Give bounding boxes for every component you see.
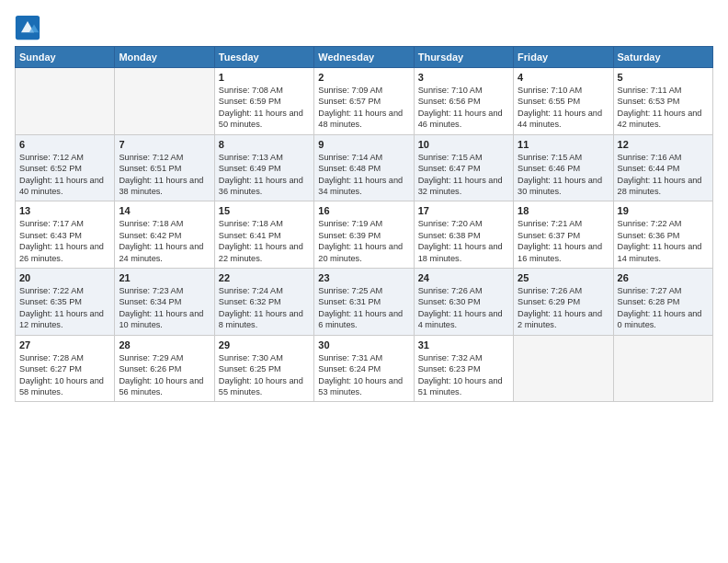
day-info: Sunrise: 7:20 AM Sunset: 6:38 PM Dayligh… bbox=[418, 218, 509, 264]
logo bbox=[15, 15, 44, 40]
day-number: 8 bbox=[219, 139, 310, 150]
calendar-day-cell: 28Sunrise: 7:29 AM Sunset: 6:26 PM Dayli… bbox=[115, 335, 214, 402]
day-info: Sunrise: 7:18 AM Sunset: 6:42 PM Dayligh… bbox=[119, 218, 210, 264]
calendar-day-cell: 4Sunrise: 7:10 AM Sunset: 6:55 PM Daylig… bbox=[514, 68, 613, 135]
day-info: Sunrise: 7:16 AM Sunset: 6:44 PM Dayligh… bbox=[618, 152, 709, 198]
day-number: 14 bbox=[119, 205, 210, 216]
day-number: 26 bbox=[618, 272, 709, 283]
calendar-day-cell: 11Sunrise: 7:15 AM Sunset: 6:46 PM Dayli… bbox=[514, 134, 613, 201]
day-number: 17 bbox=[418, 205, 509, 216]
weekday-header-cell: Saturday bbox=[613, 47, 712, 68]
weekday-header-cell: Sunday bbox=[16, 47, 115, 68]
day-info: Sunrise: 7:10 AM Sunset: 6:55 PM Dayligh… bbox=[518, 85, 609, 131]
calendar-day-cell: 20Sunrise: 7:22 AM Sunset: 6:35 PM Dayli… bbox=[16, 269, 115, 336]
calendar-day-cell: 14Sunrise: 7:18 AM Sunset: 6:42 PM Dayli… bbox=[115, 201, 214, 269]
day-info: Sunrise: 7:15 AM Sunset: 6:47 PM Dayligh… bbox=[418, 152, 509, 198]
day-number: 5 bbox=[618, 72, 709, 83]
weekday-header-cell: Monday bbox=[115, 47, 214, 68]
day-number: 15 bbox=[219, 205, 310, 216]
day-info: Sunrise: 7:32 AM Sunset: 6:23 PM Dayligh… bbox=[418, 352, 509, 398]
day-number: 6 bbox=[19, 139, 110, 150]
calendar-table: SundayMondayTuesdayWednesdayThursdayFrid… bbox=[15, 46, 713, 402]
day-number: 22 bbox=[219, 272, 310, 283]
day-number: 12 bbox=[618, 139, 709, 150]
calendar-day-cell: 9Sunrise: 7:14 AM Sunset: 6:48 PM Daylig… bbox=[314, 134, 414, 201]
day-info: Sunrise: 7:11 AM Sunset: 6:53 PM Dayligh… bbox=[618, 85, 709, 131]
day-info: Sunrise: 7:10 AM Sunset: 6:56 PM Dayligh… bbox=[418, 85, 509, 131]
day-info: Sunrise: 7:19 AM Sunset: 6:39 PM Dayligh… bbox=[318, 218, 409, 264]
day-number: 20 bbox=[19, 272, 110, 283]
calendar-body: 1Sunrise: 7:08 AM Sunset: 6:59 PM Daylig… bbox=[16, 68, 713, 402]
day-info: Sunrise: 7:26 AM Sunset: 6:30 PM Dayligh… bbox=[418, 285, 509, 331]
calendar-day-cell: 2Sunrise: 7:09 AM Sunset: 6:57 PM Daylig… bbox=[314, 68, 414, 135]
day-number: 10 bbox=[418, 139, 509, 150]
calendar-day-cell: 12Sunrise: 7:16 AM Sunset: 6:44 PM Dayli… bbox=[613, 134, 712, 201]
day-info: Sunrise: 7:13 AM Sunset: 6:49 PM Dayligh… bbox=[219, 152, 310, 198]
day-number: 29 bbox=[219, 339, 310, 350]
day-number: 18 bbox=[518, 205, 609, 216]
day-number: 4 bbox=[518, 72, 609, 83]
calendar-day-cell: 25Sunrise: 7:26 AM Sunset: 6:29 PM Dayli… bbox=[514, 269, 613, 336]
calendar-day-cell: 31Sunrise: 7:32 AM Sunset: 6:23 PM Dayli… bbox=[414, 335, 513, 402]
calendar-week-row: 13Sunrise: 7:17 AM Sunset: 6:43 PM Dayli… bbox=[16, 201, 713, 269]
day-number: 28 bbox=[119, 339, 210, 350]
calendar-day-cell bbox=[16, 68, 115, 135]
calendar-day-cell: 23Sunrise: 7:25 AM Sunset: 6:31 PM Dayli… bbox=[314, 269, 414, 336]
day-info: Sunrise: 7:24 AM Sunset: 6:32 PM Dayligh… bbox=[219, 285, 310, 331]
calendar-day-cell: 1Sunrise: 7:08 AM Sunset: 6:59 PM Daylig… bbox=[214, 68, 313, 135]
day-info: Sunrise: 7:22 AM Sunset: 6:36 PM Dayligh… bbox=[618, 218, 709, 264]
day-number: 7 bbox=[119, 139, 210, 150]
calendar-day-cell: 6Sunrise: 7:12 AM Sunset: 6:52 PM Daylig… bbox=[16, 134, 115, 201]
day-info: Sunrise: 7:17 AM Sunset: 6:43 PM Dayligh… bbox=[19, 218, 110, 264]
calendar-day-cell: 30Sunrise: 7:31 AM Sunset: 6:24 PM Dayli… bbox=[314, 335, 414, 402]
day-info: Sunrise: 7:28 AM Sunset: 6:27 PM Dayligh… bbox=[19, 352, 110, 398]
day-number: 27 bbox=[19, 339, 110, 350]
calendar-week-row: 27Sunrise: 7:28 AM Sunset: 6:27 PM Dayli… bbox=[16, 335, 713, 402]
calendar-day-cell: 5Sunrise: 7:11 AM Sunset: 6:53 PM Daylig… bbox=[613, 68, 712, 135]
calendar-day-cell bbox=[613, 335, 712, 402]
day-number: 3 bbox=[418, 72, 509, 83]
day-number: 16 bbox=[318, 205, 409, 216]
calendar-day-cell: 16Sunrise: 7:19 AM Sunset: 6:39 PM Dayli… bbox=[314, 201, 414, 269]
day-info: Sunrise: 7:27 AM Sunset: 6:28 PM Dayligh… bbox=[618, 285, 709, 331]
weekday-header-row: SundayMondayTuesdayWednesdayThursdayFrid… bbox=[16, 47, 713, 68]
calendar-week-row: 20Sunrise: 7:22 AM Sunset: 6:35 PM Dayli… bbox=[16, 269, 713, 336]
calendar-day-cell bbox=[115, 68, 214, 135]
calendar-day-cell bbox=[514, 335, 613, 402]
header bbox=[15, 15, 713, 40]
day-number: 1 bbox=[219, 72, 310, 83]
day-number: 23 bbox=[318, 272, 409, 283]
calendar-day-cell: 3Sunrise: 7:10 AM Sunset: 6:56 PM Daylig… bbox=[414, 68, 513, 135]
calendar-day-cell: 29Sunrise: 7:30 AM Sunset: 6:25 PM Dayli… bbox=[214, 335, 313, 402]
calendar-day-cell: 18Sunrise: 7:21 AM Sunset: 6:37 PM Dayli… bbox=[514, 201, 613, 269]
day-info: Sunrise: 7:12 AM Sunset: 6:51 PM Dayligh… bbox=[119, 152, 210, 198]
calendar-day-cell: 13Sunrise: 7:17 AM Sunset: 6:43 PM Dayli… bbox=[16, 201, 115, 269]
calendar-day-cell: 24Sunrise: 7:26 AM Sunset: 6:30 PM Dayli… bbox=[414, 269, 513, 336]
day-number: 24 bbox=[418, 272, 509, 283]
day-number: 13 bbox=[19, 205, 110, 216]
logo-icon bbox=[15, 15, 40, 40]
day-number: 30 bbox=[318, 339, 409, 350]
calendar-day-cell: 8Sunrise: 7:13 AM Sunset: 6:49 PM Daylig… bbox=[214, 134, 313, 201]
calendar-day-cell: 27Sunrise: 7:28 AM Sunset: 6:27 PM Dayli… bbox=[16, 335, 115, 402]
weekday-header-cell: Wednesday bbox=[314, 47, 414, 68]
day-info: Sunrise: 7:23 AM Sunset: 6:34 PM Dayligh… bbox=[119, 285, 210, 331]
calendar-week-row: 6Sunrise: 7:12 AM Sunset: 6:52 PM Daylig… bbox=[16, 134, 713, 201]
day-info: Sunrise: 7:08 AM Sunset: 6:59 PM Dayligh… bbox=[219, 85, 310, 131]
day-info: Sunrise: 7:25 AM Sunset: 6:31 PM Dayligh… bbox=[318, 285, 409, 331]
day-number: 11 bbox=[518, 139, 609, 150]
day-number: 25 bbox=[518, 272, 609, 283]
day-info: Sunrise: 7:15 AM Sunset: 6:46 PM Dayligh… bbox=[518, 152, 609, 198]
calendar-day-cell: 22Sunrise: 7:24 AM Sunset: 6:32 PM Dayli… bbox=[214, 269, 313, 336]
day-info: Sunrise: 7:09 AM Sunset: 6:57 PM Dayligh… bbox=[318, 85, 409, 131]
weekday-header-cell: Friday bbox=[514, 47, 613, 68]
day-info: Sunrise: 7:18 AM Sunset: 6:41 PM Dayligh… bbox=[219, 218, 310, 264]
calendar-week-row: 1Sunrise: 7:08 AM Sunset: 6:59 PM Daylig… bbox=[16, 68, 713, 135]
day-info: Sunrise: 7:31 AM Sunset: 6:24 PM Dayligh… bbox=[318, 352, 409, 398]
day-info: Sunrise: 7:22 AM Sunset: 6:35 PM Dayligh… bbox=[19, 285, 110, 331]
day-number: 21 bbox=[119, 272, 210, 283]
day-info: Sunrise: 7:26 AM Sunset: 6:29 PM Dayligh… bbox=[518, 285, 609, 331]
day-number: 31 bbox=[418, 339, 509, 350]
day-number: 19 bbox=[618, 205, 709, 216]
day-info: Sunrise: 7:21 AM Sunset: 6:37 PM Dayligh… bbox=[518, 218, 609, 264]
